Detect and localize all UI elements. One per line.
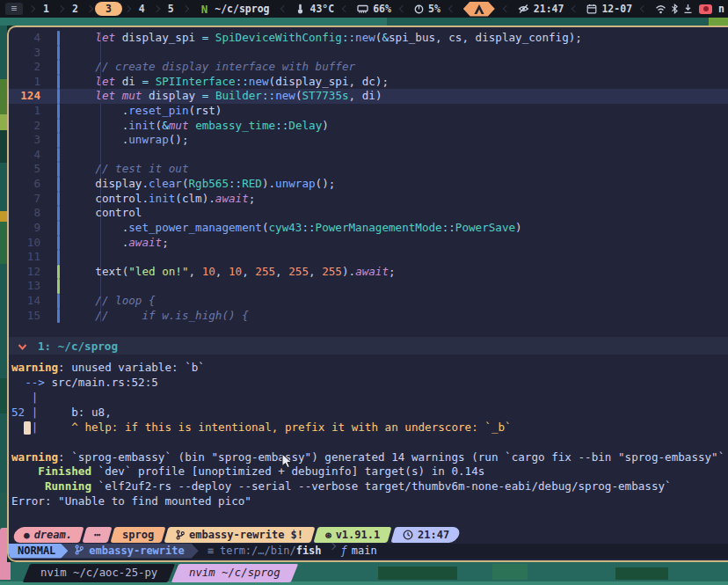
prompt-segment-content: ⊛v1.91.1 [316,527,389,543]
line-number: 2 [9,60,40,75]
code-line[interactable]: 5 // test it out [9,162,728,177]
code-line[interactable]: 14 // loop { [9,294,728,309]
chevron-separator-icon [399,5,406,12]
line-number: 124 [9,89,40,104]
line-number: 10 [9,236,40,251]
line-number: 3 [9,46,40,61]
code-line[interactable]: 1 let di = SPIInterface::new(display_spi… [9,75,728,90]
code-text: .init(&mut embassy_time::Delay) [69,119,329,134]
memory-module[interactable]: 66% [357,3,391,15]
line-number: 4 [9,31,40,46]
terminal-line: Error: "Unable to find mounted pico" [9,494,728,509]
mouse-pointer-icon [281,454,293,472]
screen-record-icon[interactable] [699,4,712,14]
topbar-windows: 12345 [35,2,189,16]
terminal-line: warning: unused variable: `b` [9,361,728,376]
code-line[interactable]: 11 [9,250,728,265]
code-text: .set_power_management(cyw43::PowerManage… [69,221,522,236]
clock-module[interactable]: 21:47 [518,3,564,15]
code-line[interactable]: 4 [9,148,728,163]
calendar-icon [586,4,597,14]
gutter-sign [40,309,62,324]
code-line[interactable]: 124 let mut display = Builder::new(ST773… [9,89,728,104]
download-icon [683,4,693,14]
topbar-window-1[interactable]: 1 [35,3,57,15]
list-icon: ≡ [207,545,214,557]
gutter-sign [40,162,62,177]
code-line[interactable]: 3 [9,46,728,61]
code-line[interactable]: 1 .reset_pin(rst) [9,104,728,119]
tab-active[interactable]: nvim ~/c/sprog [171,564,298,582]
code-text: .reset_pin(rst) [69,104,222,119]
git-sign-bar [57,46,60,61]
code-line[interactable]: 3 .unwrap(); [9,133,728,148]
topbar-window-4[interactable]: 4 [131,3,153,15]
code-line[interactable]: 10 .await; [9,236,728,251]
function-icon: ƒ [341,545,347,557]
cpu-module[interactable]: 5% [414,3,440,15]
topbar-window-3[interactable]: 3 [95,2,122,16]
terminal-panel-header[interactable]: 1: ~/c/sprog [9,337,728,355]
gutter-sign [40,192,62,207]
date-module[interactable]: 12-07 [586,3,632,15]
launcher-hexagon-icon[interactable] [463,2,495,17]
connectivity-module[interactable] [655,4,693,14]
line-number: 13 [9,279,40,294]
git-sign-bar [57,294,60,309]
line-number: 9 [9,221,40,236]
code-text: display.clear(Rgb565::RED).unwrap(); [69,177,335,192]
line-number: 3 [9,133,40,148]
gutter-sign [40,236,62,251]
shell-prompt: ●dream.⋯sprogembassy-rewrite $!⊛v1.91.12… [11,527,728,543]
code-line[interactable]: 8 control [9,206,728,221]
bluetooth-icon [671,4,679,14]
git-sign-bar [57,309,60,324]
git-sign-bar [57,148,60,163]
code-line[interactable]: 2 .init(&mut embassy_time::Delay) [9,119,728,134]
thermometer-icon [295,4,305,14]
temperature-module[interactable]: 43°C [295,3,334,15]
statusline-git-branch[interactable]: embassy-rewrite [61,544,198,559]
chevron-separator-icon [153,5,160,12]
terminal-line: | ^ help: if this is intentional, prefix… [9,420,728,435]
git-sign-bar [57,221,60,236]
editor-code-area[interactable]: 4 let display_spi = SpiDeviceWithConfig:… [9,27,728,323]
line-number: 8 [9,206,40,221]
tab-bar: nvim ~/c/aoc-25-pynvim ~/c/sprog [26,564,298,582]
tab-label: nvim ~/c/aoc-25-py [40,564,157,582]
prompt-segment-content: embassy-rewrite $! [166,527,313,543]
menu-icon[interactable]: ≡ [5,3,23,15]
git-sign-bar [57,31,60,46]
terminal-line: 52 | b: u8, [9,406,728,420]
topbar-window-5[interactable]: 5 [160,3,182,15]
nvim-logo-icon: N [201,3,208,16]
terminal-window: 4 let display_spi = SpiDeviceWithConfig:… [7,26,728,562]
line-number: 15 [9,309,40,324]
chevron-separator-icon [342,5,349,12]
code-line[interactable]: 6 display.clear(Rgb565::RED).unwrap(); [9,177,728,192]
line-number: 5 [9,162,40,177]
code-text: let di = SPIInterface::new(display_spi, … [69,75,389,90]
gutter-sign [40,46,62,61]
prompt-rust-segment: ⊛v1.91.1 [314,527,392,543]
gutter-sign [40,206,62,221]
code-line[interactable]: 7 control.init(clm).await; [9,192,728,207]
gutter-sign [40,177,62,192]
prompt-label: ⋯ [94,529,100,541]
code-line[interactable]: 12 text("led on!", 10, 10, 255, 255, 255… [9,265,728,280]
code-line[interactable]: 13 [9,279,728,294]
code-line[interactable]: 15 // if w.is_high() { [9,309,728,324]
code-line[interactable]: 9 .set_power_management(cyw43::PowerMana… [9,221,728,236]
topbar-window-2[interactable]: 2 [64,3,86,15]
line-number: 12 [9,265,40,280]
mode-indicator: NORMAL [9,544,68,559]
prompt-label: dream. [34,529,72,541]
chevron-separator-icon [57,5,64,12]
terminal-output: warning: unused variable: `b` --> src/ma… [9,361,728,509]
git-sign-bar [57,133,60,148]
code-line[interactable]: 4 let display_spi = SpiDeviceWithConfig:… [9,31,728,46]
statusline-buffer-name[interactable]: ≡ term:/…/bin/fish [207,544,322,559]
code-line[interactable]: 2 // create display interface with buffe… [9,60,728,75]
tab-inactive[interactable]: nvim ~/c/aoc-25-py [23,564,176,582]
wallpaper-top-strip [0,18,728,26]
